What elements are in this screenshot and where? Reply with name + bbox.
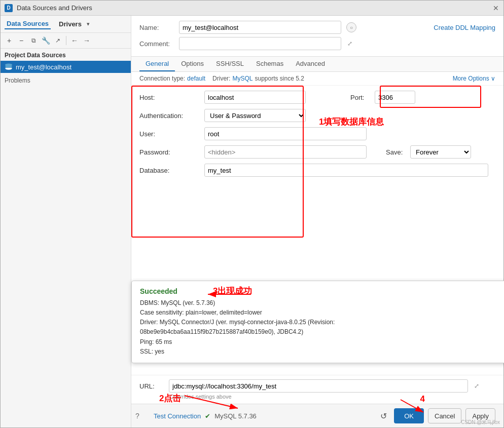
watermark: CSDN @米马jfox (461, 419, 500, 426)
name-input[interactable] (179, 21, 341, 34)
user-label: User: (139, 130, 200, 138)
database-row: Database: (139, 164, 495, 177)
datasource-item-my-test[interactable]: my_test@localhost (1, 61, 131, 73)
tab-general[interactable]: General (139, 57, 175, 71)
refresh-button[interactable]: ↺ (377, 410, 390, 422)
form-header: Name: ○ Create DDL Mapping Comment: ⤢ (131, 16, 503, 57)
conn-driver-label: Driver: (212, 75, 230, 82)
overrides-text: Overrides settings above (139, 394, 495, 400)
password-row: Password: Save: Forever (139, 145, 495, 159)
comment-label: Comment: (139, 40, 175, 48)
host-input[interactable] (204, 91, 306, 104)
main-content: Data Sources Drivers ▾ + − ⧉ 🔧 ↗ ← → Pro… (1, 16, 503, 427)
copy-button[interactable]: ⧉ (28, 35, 39, 46)
database-input[interactable] (204, 164, 488, 177)
datasource-item-label: my_test@localhost (16, 63, 71, 71)
fields-annotation-box (131, 86, 304, 238)
url-label: URL: (139, 382, 165, 390)
remove-button[interactable]: − (16, 35, 27, 46)
success-line-2: Case sensitivity: plain=lower, delimited… (140, 308, 504, 318)
conn-type-value[interactable]: default (187, 75, 205, 82)
tab-schemas[interactable]: Schemas (250, 57, 290, 71)
url-section: URL: ⤢ Overrides settings above (131, 375, 503, 404)
mysql-version-label: MySQL 5.7.36 (214, 412, 257, 420)
comment-row: Comment: ⤢ (139, 37, 495, 50)
tab-ssh-ssl[interactable]: SSH/SSL (210, 57, 250, 71)
user-input[interactable] (204, 127, 367, 140)
database-label: Database: (139, 167, 200, 174)
back-button[interactable]: ← (69, 35, 80, 46)
titlebar: D Data Sources and Drivers ✕ (1, 1, 503, 16)
name-options-button[interactable]: ○ (346, 22, 356, 32)
name-row: Name: ○ Create DDL Mapping (139, 21, 495, 34)
password-input[interactable] (204, 145, 367, 159)
auth-row: Authentication: User & Password (139, 109, 495, 122)
tabs-bar: General Options SSH/SSL Schemas Advanced (131, 57, 503, 72)
export-button[interactable]: ↗ (52, 35, 63, 46)
expand-icon[interactable]: ⤢ (347, 40, 352, 47)
section-title: Project Data Sources (1, 49, 131, 61)
auth-select[interactable]: User & Password (204, 109, 306, 122)
bottom-bar: ? Test Connection ✔ MySQL 5.7.36 ↺ OK Ca… (131, 404, 503, 427)
host-label: Host: (139, 94, 200, 101)
config-button[interactable]: 🔧 (40, 35, 51, 46)
more-options-button[interactable]: More Options ∨ (453, 75, 495, 82)
user-row: User: (139, 127, 495, 140)
add-button[interactable]: + (4, 35, 15, 46)
conn-type-label: Connection type: (139, 75, 185, 82)
save-select[interactable]: Forever (410, 145, 471, 159)
success-line-4: 08be9e9b4cba6aa115f9b27b215887af40b159e0… (140, 327, 504, 337)
conn-driver-suffix: supports since 5.2 (255, 75, 304, 82)
success-popup: Succeeded Copy DBMS: MySQL (ver. 5.7.36)… (131, 281, 504, 363)
create-ddl-link[interactable]: Create DDL Mapping (434, 24, 495, 31)
cancel-button[interactable]: Cancel (428, 408, 461, 423)
tab-advanced[interactable]: Advanced (290, 57, 331, 71)
app-icon: D (5, 4, 13, 12)
success-line-3: Driver: MySQL Connector/J (ver. mysql-co… (140, 318, 504, 327)
problems-section: Problems (1, 74, 131, 87)
url-input[interactable] (169, 379, 468, 393)
port-label: Port: (350, 94, 371, 101)
drivers-tab[interactable]: Drivers (57, 19, 84, 29)
sidebar-header: Data Sources Drivers ▾ (1, 16, 131, 33)
success-line-1: DBMS: MySQL (ver. 5.7.36) (140, 298, 504, 308)
sidebar-bottom: Problems (1, 74, 131, 87)
url-row: URL: ⤢ (139, 379, 495, 393)
tab-options[interactable]: Options (175, 57, 210, 71)
port-input[interactable] (375, 91, 415, 104)
forward-button[interactable]: → (81, 35, 92, 46)
success-title: Succeeded (140, 287, 504, 295)
database-icon (5, 63, 13, 71)
conn-driver-value[interactable]: MySQL (232, 75, 253, 82)
test-success-indicator: ✔ (205, 412, 210, 420)
sidebar-toolbar: + − ⧉ 🔧 ↗ ← → (1, 33, 131, 49)
success-line-6: SSL: yes (140, 347, 504, 357)
toolbar-separator (66, 36, 66, 45)
success-body: DBMS: MySQL (ver. 5.7.36) Case sensitivi… (140, 298, 504, 357)
close-button[interactable]: ✕ (492, 5, 499, 12)
right-panel: Name: ○ Create DDL Mapping Comment: ⤢ Ge… (131, 16, 503, 427)
name-label: Name: (139, 24, 175, 31)
chevron-down-icon[interactable]: ▾ (87, 21, 90, 27)
success-line-5: Ping: 65 ms (140, 337, 504, 347)
problems-label: Problems (5, 77, 30, 84)
test-connection-link[interactable]: Test Connection (154, 412, 201, 420)
sidebar: Data Sources Drivers ▾ + − ⧉ 🔧 ↗ ← → Pro… (1, 16, 131, 427)
data-sources-tab[interactable]: Data Sources (5, 19, 51, 29)
main-window: D Data Sources and Drivers ✕ Data Source… (0, 0, 504, 428)
url-expand-icon[interactable]: ⤢ (474, 382, 479, 390)
conn-type-bar: Connection type: default Driver: MySQL s… (131, 72, 503, 86)
config-area: 1填写数据库信息 Host: Port: Authentication: Use… (131, 86, 503, 404)
auth-label: Authentication: (139, 112, 200, 120)
host-row: Host: Port: (139, 91, 495, 104)
comment-input[interactable] (179, 37, 341, 50)
help-button[interactable]: ? (135, 412, 139, 420)
password-label: Password: (139, 148, 200, 156)
ok-button[interactable]: OK (394, 408, 424, 423)
save-label: Save: (386, 148, 406, 156)
window-title: Data Sources and Drivers (17, 4, 488, 12)
